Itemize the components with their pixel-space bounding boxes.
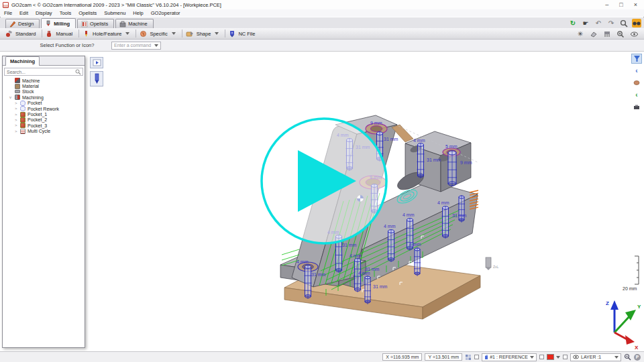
dimension-label: 4 mm xyxy=(402,213,415,217)
dimension-label: 5 mm xyxy=(445,144,458,149)
reference-cube-icon xyxy=(484,355,488,360)
scale-label: 20 mm xyxy=(623,286,637,291)
pocket-red-icon xyxy=(20,117,25,123)
right-toolbar: ‹ ‹ xyxy=(631,54,643,112)
pocket-red-icon xyxy=(20,123,25,128)
current-color-swatch xyxy=(547,354,554,360)
drill-tool[interactable] xyxy=(458,195,465,223)
tree-item-multi-cycle[interactable]: >Multi Cycle xyxy=(3,129,85,134)
tree-item-stock[interactable]: Stock xyxy=(3,89,85,95)
tree-item-pocket[interactable]: >Pocket xyxy=(3,101,85,106)
replay-panel-button[interactable] xyxy=(90,57,103,68)
dimension-label: 31 mm xyxy=(452,213,467,218)
layer-eye-icon xyxy=(573,355,579,359)
drill-tool[interactable] xyxy=(414,247,421,276)
layer-dropdown[interactable]: LAYER :1 xyxy=(570,353,621,361)
grid-icon[interactable] xyxy=(465,354,472,361)
axis-triad: Z Y X xyxy=(606,300,641,351)
x-coordinate-readout: X =116.935 mm xyxy=(382,353,422,361)
dimension-label: 31 mm xyxy=(311,272,326,277)
layer-zoom-icon[interactable] xyxy=(624,353,631,361)
drill-tool[interactable] xyxy=(442,206,449,239)
dimension-label: 9 mm xyxy=(460,160,472,165)
dimension-label: 4 mm xyxy=(437,200,449,205)
dimension-label: 31 mm xyxy=(342,243,357,247)
tool-preview-label: ZxL xyxy=(493,265,499,269)
material-icon xyxy=(15,84,20,89)
drill-tool[interactable] xyxy=(305,265,312,299)
video-play-overlay[interactable] xyxy=(262,119,386,243)
dimension-label: 4 mm xyxy=(409,242,421,247)
color-checkbox[interactable] xyxy=(539,355,544,359)
panel-tab-machining[interactable]: Machining xyxy=(5,56,40,66)
machine-view-icon[interactable] xyxy=(631,102,642,112)
pocket-red-icon xyxy=(20,112,25,117)
drill-tool[interactable] xyxy=(417,143,425,178)
axis-x-label: X xyxy=(635,345,639,351)
machining-panel: Machining Machine Material Stock vMachin… xyxy=(2,56,85,348)
filter-icon[interactable] xyxy=(631,54,642,64)
dimension-label: 9 mm xyxy=(370,121,382,125)
pocket-icon xyxy=(20,101,25,106)
drill-tool[interactable] xyxy=(388,229,395,262)
tree-item-pocket-rework[interactable]: >Pocket Rework xyxy=(3,106,85,111)
axis-z-label: Z xyxy=(606,300,609,306)
replay-icon xyxy=(93,59,101,66)
dimension-label: 4 mm xyxy=(384,224,396,229)
multi-cycle-icon xyxy=(20,129,25,134)
drill-tool[interactable] xyxy=(364,276,371,304)
search-input[interactable] xyxy=(5,70,75,74)
search-box[interactable] xyxy=(4,68,83,76)
tool-preview-icon: ZxL xyxy=(486,257,499,270)
machining-tree: Machine Material Stock vMachining >Pocke… xyxy=(3,78,85,134)
machining-icon xyxy=(15,95,20,100)
dimension-label: 31 mm xyxy=(384,137,398,141)
drill-icon xyxy=(93,73,101,84)
tree-item-pocket-2[interactable]: >Pocket_2 xyxy=(3,117,85,123)
color-picker[interactable] xyxy=(547,354,560,360)
pocket-icon xyxy=(20,106,25,111)
status-bar: X =116.935 mm Y =13.501 mm #1 : REFERENC… xyxy=(0,351,644,362)
dimension-label: 31 mm xyxy=(427,158,441,162)
collapse-green-icon[interactable]: ‹ xyxy=(631,90,642,100)
tree-item-machine[interactable]: Machine xyxy=(3,78,85,83)
collapse-blue-icon[interactable]: ‹ xyxy=(631,66,642,76)
help-button[interactable]: P xyxy=(634,354,641,361)
go2cam-window: GO2cam < © GO2cam International 2009 - 2… xyxy=(0,0,644,362)
tree-item-pocket-3[interactable]: >Pocket_3 xyxy=(3,123,85,128)
axis-y-label: Y xyxy=(637,304,641,310)
dimension-label: 4 mm xyxy=(413,138,425,143)
layer-checkbox[interactable] xyxy=(563,355,568,359)
scale-indicator: 20 mm xyxy=(623,256,639,291)
stock-view-icon[interactable] xyxy=(631,78,642,88)
dimension-label: 4 mm xyxy=(350,253,362,258)
dimension-label: 4 mm xyxy=(358,271,370,276)
search-icon xyxy=(75,69,81,75)
panel-tab-strip: Machining xyxy=(3,56,85,66)
tree-item-pocket-1[interactable]: >Pocket_1 xyxy=(3,111,85,117)
y-coordinate-readout: Y =13.501 mm xyxy=(425,353,462,361)
tree-item-machining[interactable]: vMachining xyxy=(3,95,85,100)
reference-caret xyxy=(530,356,534,359)
dimension-label: 4 mm xyxy=(297,259,309,264)
layer-caret xyxy=(614,356,619,359)
reference-dropdown[interactable]: #1 : REFERENCE xyxy=(482,353,537,361)
reference-checkbox[interactable] xyxy=(474,355,479,359)
dimension-label: 31 mm xyxy=(373,284,388,289)
tool-panel-button[interactable] xyxy=(90,71,103,86)
drill-tool[interactable] xyxy=(447,151,457,186)
machine-icon xyxy=(15,78,20,83)
tree-item-material[interactable]: Material xyxy=(3,83,85,88)
stock-icon xyxy=(15,90,20,93)
